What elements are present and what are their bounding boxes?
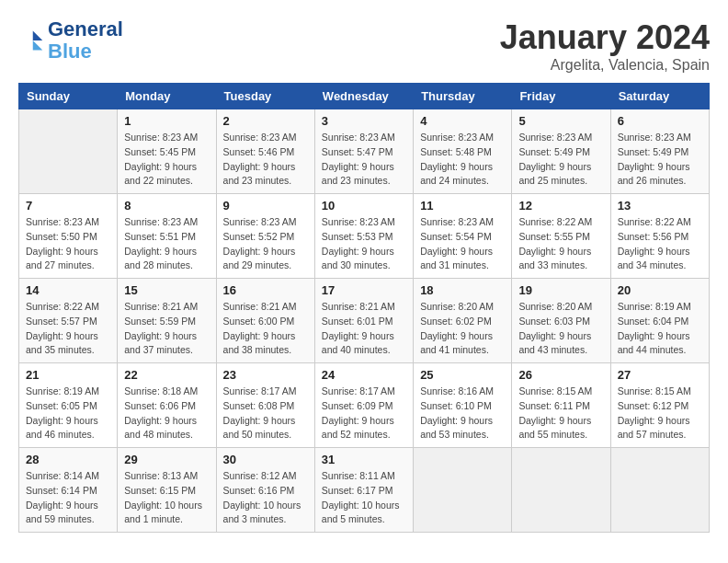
- calendar-cell: 12Sunrise: 8:22 AMSunset: 5:55 PMDayligh…: [512, 194, 610, 279]
- day-info: Sunrise: 8:19 AMSunset: 6:05 PMDaylight:…: [26, 385, 110, 442]
- day-info: Sunrise: 8:20 AMSunset: 6:03 PMDaylight:…: [518, 300, 603, 358]
- calendar-cell: 8Sunrise: 8:23 AMSunset: 5:51 PMDaylight…: [118, 194, 216, 279]
- day-of-week-header: Friday: [512, 84, 610, 109]
- calendar-cell: 6Sunrise: 8:23 AMSunset: 5:49 PMDaylight…: [610, 109, 709, 194]
- day-info: Sunrise: 8:20 AMSunset: 6:02 PMDaylight:…: [420, 300, 505, 358]
- day-number: 12: [518, 199, 603, 213]
- day-number: 15: [124, 283, 209, 297]
- day-info: Sunrise: 8:13 AMSunset: 6:15 PMDaylight:…: [124, 469, 209, 527]
- calendar-cell: 21Sunrise: 8:19 AMSunset: 6:05 PMDayligh…: [19, 363, 118, 448]
- logo-icon: [18, 28, 44, 53]
- day-info: Sunrise: 8:23 AMSunset: 5:51 PMDaylight:…: [124, 215, 209, 273]
- day-number: 21: [26, 368, 110, 382]
- day-number: 26: [518, 368, 603, 382]
- calendar-cell: 14Sunrise: 8:22 AMSunset: 5:57 PMDayligh…: [19, 279, 118, 363]
- day-info: Sunrise: 8:23 AMSunset: 5:47 PMDaylight:…: [322, 131, 406, 189]
- day-info: Sunrise: 8:16 AMSunset: 6:10 PMDaylight:…: [420, 385, 505, 442]
- day-info: Sunrise: 8:21 AMSunset: 6:01 PMDaylight:…: [322, 300, 406, 358]
- day-number: 8: [124, 199, 209, 213]
- calendar-cell: 25Sunrise: 8:16 AMSunset: 6:10 PMDayligh…: [414, 363, 512, 448]
- calendar-week-row: 14Sunrise: 8:22 AMSunset: 5:57 PMDayligh…: [19, 279, 710, 363]
- calendar-cell: 23Sunrise: 8:17 AMSunset: 6:08 PMDayligh…: [216, 363, 314, 448]
- day-of-week-header: Thursday: [414, 84, 512, 109]
- logo: General Blue: [18, 18, 123, 63]
- calendar-cell: 11Sunrise: 8:23 AMSunset: 5:54 PMDayligh…: [414, 194, 512, 279]
- calendar-cell: [19, 109, 118, 194]
- day-info: Sunrise: 8:23 AMSunset: 5:52 PMDaylight:…: [223, 215, 308, 273]
- day-number: 22: [124, 368, 209, 382]
- day-of-week-header: Saturday: [610, 84, 709, 109]
- calendar-cell: 20Sunrise: 8:19 AMSunset: 6:04 PMDayligh…: [610, 279, 709, 363]
- calendar-cell: 28Sunrise: 8:14 AMSunset: 6:14 PMDayligh…: [19, 448, 118, 533]
- day-number: 25: [420, 368, 505, 382]
- calendar-cell: 26Sunrise: 8:15 AMSunset: 6:11 PMDayligh…: [512, 363, 610, 448]
- day-info: Sunrise: 8:14 AMSunset: 6:14 PMDaylight:…: [26, 469, 110, 527]
- day-info: Sunrise: 8:23 AMSunset: 5:48 PMDaylight:…: [420, 131, 505, 189]
- calendar-cell: 5Sunrise: 8:23 AMSunset: 5:49 PMDaylight…: [512, 109, 610, 194]
- day-number: 11: [420, 199, 505, 213]
- calendar-cell: 27Sunrise: 8:15 AMSunset: 6:12 PMDayligh…: [610, 363, 709, 448]
- day-number: 17: [322, 283, 406, 297]
- calendar-cell: 31Sunrise: 8:11 AMSunset: 6:17 PMDayligh…: [314, 448, 413, 533]
- day-number: 5: [518, 114, 603, 128]
- calendar-week-row: 28Sunrise: 8:14 AMSunset: 6:14 PMDayligh…: [19, 448, 710, 533]
- calendar-table: SundayMondayTuesdayWednesdayThursdayFrid…: [18, 83, 710, 533]
- day-of-week-header: Tuesday: [216, 84, 314, 109]
- day-number: 24: [322, 368, 406, 382]
- calendar-body: 1Sunrise: 8:23 AMSunset: 5:45 PMDaylight…: [19, 109, 710, 533]
- calendar-cell: 13Sunrise: 8:22 AMSunset: 5:56 PMDayligh…: [610, 194, 709, 279]
- day-number: 16: [223, 283, 308, 297]
- day-number: 18: [420, 283, 505, 297]
- day-info: Sunrise: 8:21 AMSunset: 6:00 PMDaylight:…: [223, 300, 308, 358]
- day-info: Sunrise: 8:19 AMSunset: 6:04 PMDaylight:…: [618, 300, 702, 358]
- day-of-week-header: Wednesday: [314, 84, 413, 109]
- day-info: Sunrise: 8:17 AMSunset: 6:09 PMDaylight:…: [322, 385, 406, 442]
- day-info: Sunrise: 8:23 AMSunset: 5:45 PMDaylight:…: [124, 131, 209, 189]
- day-info: Sunrise: 8:11 AMSunset: 6:17 PMDaylight:…: [322, 469, 406, 527]
- day-number: 19: [518, 283, 603, 297]
- day-number: 10: [322, 199, 406, 213]
- day-info: Sunrise: 8:15 AMSunset: 6:11 PMDaylight:…: [518, 385, 603, 442]
- day-number: 20: [618, 283, 702, 297]
- calendar-cell: 19Sunrise: 8:20 AMSunset: 6:03 PMDayligh…: [512, 279, 610, 363]
- calendar-cell: 30Sunrise: 8:12 AMSunset: 6:16 PMDayligh…: [216, 448, 314, 533]
- calendar-cell: 9Sunrise: 8:23 AMSunset: 5:52 PMDaylight…: [216, 194, 314, 279]
- month-title: January 2024: [500, 18, 710, 57]
- day-number: 4: [420, 114, 505, 128]
- day-number: 31: [322, 453, 406, 466]
- day-number: 2: [223, 114, 308, 128]
- day-info: Sunrise: 8:22 AMSunset: 5:56 PMDaylight:…: [618, 215, 702, 273]
- calendar-header: SundayMondayTuesdayWednesdayThursdayFrid…: [19, 84, 710, 109]
- day-number: 1: [124, 114, 209, 128]
- svg-marker-0: [33, 31, 43, 41]
- day-info: Sunrise: 8:23 AMSunset: 5:49 PMDaylight:…: [618, 131, 702, 189]
- calendar-cell: 22Sunrise: 8:18 AMSunset: 6:06 PMDayligh…: [118, 363, 216, 448]
- day-info: Sunrise: 8:23 AMSunset: 5:54 PMDaylight:…: [420, 215, 505, 273]
- day-info: Sunrise: 8:22 AMSunset: 5:57 PMDaylight:…: [26, 300, 110, 358]
- svg-marker-1: [33, 40, 43, 51]
- location-subtitle: Argelita, Valencia, Spain: [500, 57, 710, 74]
- calendar-cell: 29Sunrise: 8:13 AMSunset: 6:15 PMDayligh…: [118, 448, 216, 533]
- day-info: Sunrise: 8:23 AMSunset: 5:53 PMDaylight:…: [322, 215, 406, 273]
- day-info: Sunrise: 8:15 AMSunset: 6:12 PMDaylight:…: [618, 385, 702, 442]
- calendar-cell: 15Sunrise: 8:21 AMSunset: 5:59 PMDayligh…: [118, 279, 216, 363]
- day-number: 28: [26, 453, 110, 466]
- day-info: Sunrise: 8:22 AMSunset: 5:55 PMDaylight:…: [518, 215, 603, 273]
- logo-general: General: [48, 17, 123, 40]
- day-info: Sunrise: 8:18 AMSunset: 6:06 PMDaylight:…: [124, 385, 209, 442]
- day-info: Sunrise: 8:23 AMSunset: 5:49 PMDaylight:…: [518, 131, 603, 189]
- day-number: 9: [223, 199, 308, 213]
- calendar-cell: 3Sunrise: 8:23 AMSunset: 5:47 PMDaylight…: [314, 109, 413, 194]
- calendar-cell: 2Sunrise: 8:23 AMSunset: 5:46 PMDaylight…: [216, 109, 314, 194]
- day-info: Sunrise: 8:12 AMSunset: 6:16 PMDaylight:…: [223, 469, 308, 527]
- calendar-cell: [610, 448, 709, 533]
- calendar-cell: 1Sunrise: 8:23 AMSunset: 5:45 PMDaylight…: [118, 109, 216, 194]
- day-of-week-header: Monday: [118, 84, 216, 109]
- day-number: 3: [322, 114, 406, 128]
- calendar-cell: 7Sunrise: 8:23 AMSunset: 5:50 PMDaylight…: [19, 194, 118, 279]
- days-of-week-row: SundayMondayTuesdayWednesdayThursdayFrid…: [19, 84, 710, 109]
- calendar-week-row: 1Sunrise: 8:23 AMSunset: 5:45 PMDaylight…: [19, 109, 710, 194]
- day-number: 30: [223, 453, 308, 466]
- day-number: 27: [618, 368, 702, 382]
- calendar-cell: 17Sunrise: 8:21 AMSunset: 6:01 PMDayligh…: [314, 279, 413, 363]
